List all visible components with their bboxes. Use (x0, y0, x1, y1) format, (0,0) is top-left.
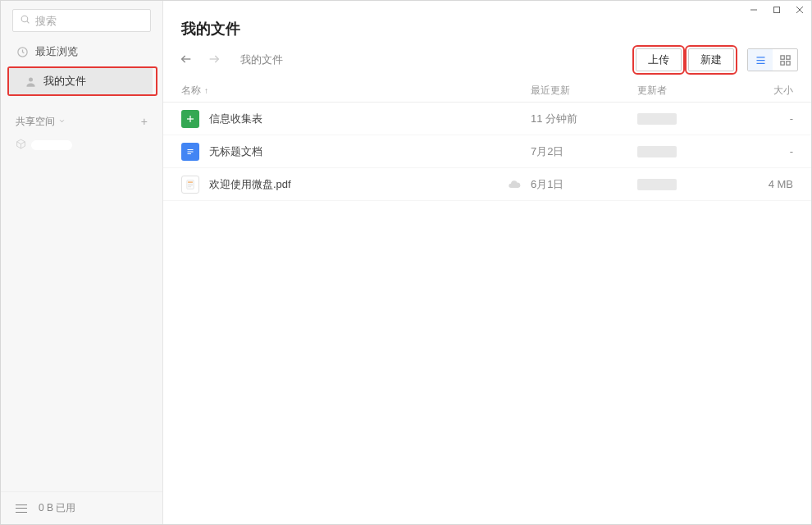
file-size: - (736, 145, 793, 158)
sidebar-spacer (1, 155, 162, 491)
file-size: - (736, 112, 793, 125)
file-updated: 7月2日 (531, 144, 637, 159)
close-button[interactable] (788, 1, 811, 19)
toolbar: 我的文件 上传 新建 (163, 43, 811, 80)
cloud-icon (498, 178, 531, 191)
maximize-button[interactable] (765, 1, 788, 19)
search-container (1, 1, 162, 39)
svg-rect-13 (780, 55, 783, 58)
storage-usage-label: 0 B 已用 (39, 501, 75, 515)
svg-rect-26 (188, 186, 191, 187)
svg-point-0 (21, 16, 28, 22)
search-box[interactable] (12, 9, 151, 32)
grid-view-button[interactable] (773, 49, 797, 71)
back-button[interactable] (180, 52, 193, 68)
svg-rect-15 (780, 61, 783, 64)
person-icon (24, 75, 37, 88)
search-icon (20, 14, 30, 27)
pdf-icon (181, 176, 199, 194)
file-name: 信息收集表 (209, 112, 498, 126)
sidebar: 最近浏览 我的文件 共享空间 + (1, 1, 163, 524)
column-header-name[interactable]: 名称 ↑ (181, 84, 498, 98)
sidebar-item-label: 我的文件 (43, 74, 86, 89)
file-size: 4 MB (736, 178, 793, 190)
table-row[interactable]: 欢迎使用微盘.pdf 6月1日 4 MB (163, 168, 811, 201)
add-shared-space-button[interactable]: + (141, 115, 148, 128)
svg-rect-14 (786, 55, 789, 58)
svg-point-3 (29, 77, 33, 81)
file-updater (637, 113, 736, 125)
window-controls (742, 1, 811, 19)
file-updated: 11 分钟前 (531, 112, 637, 126)
upload-button[interactable]: 上传 (636, 48, 682, 71)
main-panel: 我的文件 我的文件 上传 新建 (163, 1, 811, 524)
list-view-button[interactable] (748, 49, 773, 71)
forward-button[interactable] (208, 52, 221, 68)
svg-rect-24 (188, 183, 193, 184)
page-title: 我的文件 (163, 1, 811, 43)
new-button[interactable]: 新建 (688, 48, 734, 71)
app-window: 最近浏览 我的文件 共享空间 + (0, 0, 812, 525)
search-input[interactable] (30, 15, 144, 27)
table-row[interactable]: 信息收集表 11 分钟前 - (163, 103, 811, 135)
file-updater (637, 179, 736, 190)
svg-rect-23 (188, 181, 193, 182)
svg-rect-5 (774, 7, 780, 13)
shared-space-name-redacted (31, 140, 72, 150)
chevron-down-icon (58, 116, 66, 127)
cube-icon (16, 139, 26, 152)
table-header: 名称 ↑ 最近更新 更新者 大小 (163, 80, 811, 103)
clock-icon (16, 45, 29, 58)
nav-arrows (180, 52, 221, 68)
file-name: 欢迎使用微盘.pdf (209, 177, 498, 192)
shared-space-header[interactable]: 共享空间 + (1, 107, 162, 135)
spreadsheet-icon (181, 110, 199, 128)
svg-rect-16 (786, 61, 789, 64)
file-table: 名称 ↑ 最近更新 更新者 大小 信息收集表 11 分钟前 - (163, 80, 811, 201)
view-toggle (747, 48, 798, 71)
sidebar-item-my-files[interactable]: 我的文件 (9, 68, 153, 94)
shared-space-item[interactable] (1, 135, 162, 155)
table-row[interactable]: 无标题文档 7月2日 - (163, 135, 811, 168)
sidebar-footer: 0 B 已用 (1, 491, 162, 524)
sidebar-item-recent[interactable]: 最近浏览 (1, 39, 162, 65)
file-name: 无标题文档 (209, 144, 498, 159)
column-header-size[interactable]: 大小 (736, 84, 793, 98)
minimize-button[interactable] (742, 1, 765, 19)
highlight-my-files: 我的文件 (7, 66, 157, 96)
shared-space-label: 共享空间 (16, 115, 55, 129)
file-updater (637, 146, 736, 158)
action-buttons: 上传 新建 (636, 48, 798, 71)
sidebar-item-label: 最近浏览 (35, 44, 78, 59)
document-icon (181, 143, 199, 161)
svg-rect-25 (188, 185, 193, 185)
menu-icon[interactable] (16, 504, 27, 513)
column-header-updater[interactable]: 更新者 (637, 84, 736, 98)
sort-asc-icon: ↑ (204, 86, 208, 95)
breadcrumb[interactable]: 我的文件 (240, 52, 283, 67)
svg-line-1 (27, 21, 29, 23)
file-updated: 6月1日 (531, 177, 637, 192)
column-header-updated[interactable]: 最近更新 (531, 84, 637, 98)
svg-rect-22 (187, 180, 194, 189)
